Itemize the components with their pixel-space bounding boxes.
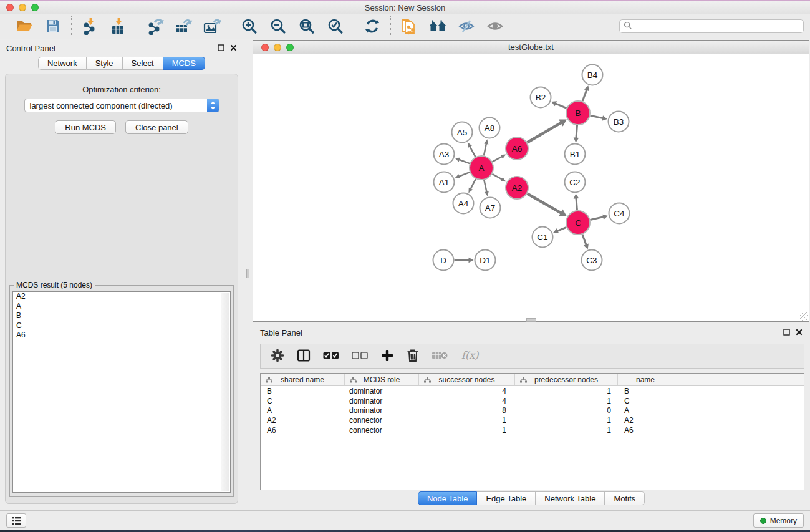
result-scrollbar[interactable] bbox=[221, 293, 229, 491]
graph-node-A6[interactable]: A6 bbox=[506, 137, 528, 160]
graph-node-A3[interactable]: A3 bbox=[434, 144, 455, 165]
column-header-successor-nodes[interactable]: successor nodes bbox=[419, 374, 515, 385]
zoom-window-button[interactable] bbox=[31, 4, 39, 11]
settings-icon[interactable] bbox=[271, 349, 284, 364]
zoom-out-icon[interactable] bbox=[266, 16, 291, 37]
deselect-all-icon[interactable] bbox=[352, 351, 368, 362]
network-window-titlebar[interactable]: testGlobe.txt bbox=[253, 41, 809, 54]
tab-node-table[interactable]: Node Table bbox=[418, 491, 478, 505]
import-network-icon[interactable] bbox=[77, 16, 102, 37]
refresh-icon[interactable] bbox=[360, 16, 385, 37]
home-icon[interactable] bbox=[425, 16, 450, 37]
close-table-panel-icon[interactable] bbox=[796, 328, 803, 337]
column-header-name[interactable]: name bbox=[618, 374, 673, 385]
graph-node-C1[interactable]: C1 bbox=[533, 227, 553, 248]
cell[interactable]: C bbox=[618, 397, 673, 405]
vertical-splitter[interactable] bbox=[243, 39, 253, 510]
tab-mcds[interactable]: MCDS bbox=[163, 57, 205, 70]
cell[interactable]: dominator bbox=[345, 406, 419, 415]
import-table-icon[interactable] bbox=[106, 16, 131, 37]
table-row[interactable]: Bdominator41B bbox=[261, 386, 804, 396]
result-item[interactable]: A2 bbox=[13, 292, 230, 302]
export-table-icon[interactable] bbox=[171, 16, 196, 37]
graph-node-B3[interactable]: B3 bbox=[609, 112, 629, 132]
tab-motifs[interactable]: Motifs bbox=[605, 491, 645, 505]
close-window-button[interactable] bbox=[6, 4, 14, 11]
result-item[interactable]: A6 bbox=[13, 331, 230, 341]
cell[interactable]: A6 bbox=[261, 426, 345, 435]
cell[interactable]: C bbox=[261, 397, 345, 405]
table-row[interactable]: Cdominator41C bbox=[261, 396, 804, 406]
network-canvas[interactable]: AA6A2BCA1A3A4A5A7A8B1B2B3B4C1C2C3C4DD1 bbox=[253, 54, 809, 321]
graph-node-A2[interactable]: A2 bbox=[506, 177, 528, 199]
tab-network[interactable]: Network bbox=[38, 57, 87, 70]
optimization-select[interactable]: largest connected component (directed) bbox=[24, 99, 219, 112]
cell[interactable]: A2 bbox=[261, 416, 345, 425]
cell[interactable]: A6 bbox=[618, 426, 673, 435]
show-eye-icon[interactable] bbox=[483, 16, 508, 37]
cell[interactable]: 1 bbox=[515, 426, 618, 435]
graph-node-C3[interactable]: C3 bbox=[582, 250, 602, 271]
graph-node-C[interactable]: C bbox=[566, 211, 590, 235]
table-row[interactable]: A2connector11A2 bbox=[261, 415, 804, 425]
zoom-in-icon[interactable] bbox=[237, 16, 262, 37]
graph-node-C4[interactable]: C4 bbox=[609, 203, 630, 224]
graph-node-D[interactable]: D bbox=[433, 250, 454, 271]
cell[interactable]: 1 bbox=[515, 387, 618, 395]
cell[interactable]: 1 bbox=[515, 416, 618, 425]
graph-node-B4[interactable]: B4 bbox=[582, 65, 603, 85]
result-item[interactable]: A bbox=[13, 302, 230, 312]
cell[interactable]: 4 bbox=[419, 387, 515, 395]
column-header-shared-name[interactable]: shared name bbox=[261, 374, 345, 385]
result-item[interactable]: C bbox=[13, 321, 230, 331]
column-header-predecessor-nodes[interactable]: predecessor nodes bbox=[515, 374, 618, 385]
memory-button[interactable]: Memory bbox=[753, 513, 804, 528]
graph-node-A1[interactable]: A1 bbox=[434, 172, 455, 193]
cell[interactable]: A bbox=[618, 406, 673, 415]
tab-network-table[interactable]: Network Table bbox=[536, 491, 605, 505]
graph-node-A5[interactable]: A5 bbox=[452, 122, 473, 143]
select-all-icon[interactable] bbox=[323, 351, 339, 362]
table-row[interactable]: Adominator80A bbox=[261, 405, 804, 415]
vertical-splitter-handle[interactable] bbox=[246, 269, 249, 278]
graph-node-D1[interactable]: D1 bbox=[475, 250, 496, 271]
zoom-selected-icon[interactable] bbox=[323, 16, 348, 37]
graph-node-A7[interactable]: A7 bbox=[480, 198, 501, 218]
result-item[interactable]: B bbox=[13, 311, 230, 321]
cell[interactable]: A2 bbox=[618, 416, 673, 425]
cell[interactable]: connector bbox=[345, 416, 419, 425]
zoom-fit-icon[interactable] bbox=[294, 16, 319, 37]
task-history-button[interactable] bbox=[6, 513, 26, 528]
run-mcds-button[interactable]: Run MCDS bbox=[55, 120, 116, 134]
cell[interactable]: 1 bbox=[515, 397, 618, 405]
column-header-MCDS-role[interactable]: MCDS role bbox=[345, 374, 419, 385]
cell[interactable]: connector bbox=[345, 426, 419, 435]
cell[interactable]: 1 bbox=[419, 416, 515, 425]
close-panel-icon[interactable] bbox=[230, 44, 237, 53]
horizontal-splitter-handle[interactable] bbox=[526, 318, 536, 322]
cell[interactable]: 1 bbox=[419, 426, 515, 435]
tab-select[interactable]: Select bbox=[123, 57, 163, 70]
graph-node-B2[interactable]: B2 bbox=[531, 87, 551, 108]
graph-node-B1[interactable]: B1 bbox=[565, 144, 586, 165]
save-session-icon[interactable] bbox=[41, 16, 65, 37]
minimize-window-button[interactable] bbox=[19, 4, 26, 11]
column-view-icon[interactable] bbox=[297, 349, 311, 364]
graph-node-C2[interactable]: C2 bbox=[565, 172, 586, 193]
close-panel-button[interactable]: Close panel bbox=[125, 120, 188, 134]
export-network-icon[interactable] bbox=[143, 16, 168, 37]
float-panel-icon[interactable] bbox=[218, 44, 224, 53]
cell[interactable]: dominator bbox=[345, 397, 419, 405]
cell[interactable]: 4 bbox=[419, 397, 515, 405]
graph-node-B[interactable]: B bbox=[566, 101, 590, 125]
cell[interactable]: 8 bbox=[419, 406, 515, 415]
graph-node-A[interactable]: A bbox=[470, 156, 493, 180]
graph-node-A4[interactable]: A4 bbox=[453, 193, 474, 214]
hide-eye-icon[interactable] bbox=[454, 16, 479, 37]
export-image-icon[interactable] bbox=[200, 16, 225, 37]
delete-icon[interactable] bbox=[407, 349, 419, 364]
tab-style[interactable]: Style bbox=[87, 57, 123, 70]
cell[interactable]: 0 bbox=[515, 406, 618, 415]
tab-edge-table[interactable]: Edge Table bbox=[477, 491, 536, 505]
table-row[interactable]: A6connector11A6 bbox=[261, 425, 804, 435]
